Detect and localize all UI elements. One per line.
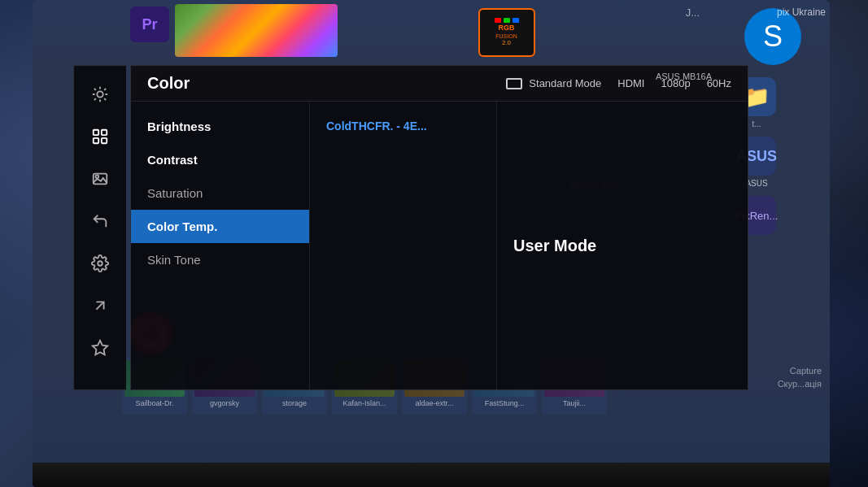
menu-item-contrast[interactable]: Contrast [131, 143, 309, 176]
monitor-mini-icon [506, 78, 522, 89]
osd-menu-panel: Color Standard Mode HDMI 1080p 60Hz [130, 65, 748, 390]
osd-body: Brightness Contrast Saturation Color Tem… [131, 102, 748, 389]
svg-point-15 [98, 261, 103, 266]
monitor-stand [33, 463, 830, 487]
capture-label: CaptureСкур...ація [778, 365, 822, 390]
osd-nav-settings[interactable] [84, 247, 116, 280]
svg-line-3 [94, 89, 96, 90]
osd-input-label: HDMI [617, 77, 644, 89]
osd-nav-input[interactable] [84, 205, 116, 237]
menu-item-saturation[interactable]: Saturation [131, 176, 309, 210]
osd-sub-menu: ColdTHCFR. - 4E... [310, 102, 497, 389]
pr-icon[interactable]: Pr [130, 7, 169, 42]
svg-line-7 [94, 98, 96, 100]
osd-nav-color[interactable] [84, 120, 116, 153]
menu-item-brightness[interactable]: Brightness [131, 110, 309, 143]
svg-line-8 [104, 89, 106, 90]
svg-line-4 [104, 98, 106, 100]
svg-rect-9 [94, 130, 98, 135]
svg-rect-10 [102, 130, 107, 135]
osd-value-display: User Mode [513, 237, 596, 255]
menu-item-color-temp[interactable]: Color Temp. [131, 210, 309, 243]
desktop-background: Pr RGB FUSION 2.0 [0, 0, 868, 487]
submenu-item-color-hint[interactable]: ColdTHCFR. - 4E... [310, 110, 496, 142]
osd-nav-shortcut[interactable] [84, 289, 116, 322]
rgb-fusion-icon[interactable]: RGB FUSION 2.0 [472, 4, 541, 61]
osd-main-menu: Brightness Contrast Saturation Color Tem… [131, 102, 310, 389]
svg-rect-12 [102, 138, 107, 143]
photo-thumbnail [175, 4, 338, 57]
menu-item-skin-tone[interactable]: Skin Tone [131, 243, 309, 276]
osd-icon-sidebar [73, 65, 126, 390]
osd-title: Color [147, 74, 190, 93]
osd-nav-favorite[interactable] [84, 332, 116, 364]
svg-point-0 [97, 91, 103, 97]
osd-nav-image[interactable] [84, 163, 116, 195]
osd-mode-label: Standard Mode [529, 77, 601, 89]
svg-rect-11 [94, 138, 98, 143]
desktop-content: Pr RGB FUSION 2.0 [33, 0, 830, 463]
svg-marker-16 [93, 341, 107, 354]
osd-value-area: User Mode [497, 102, 748, 389]
monitor-model-label: ASUS MB16A [656, 72, 712, 81]
svg-point-14 [96, 175, 99, 178]
osd-mode-info: Standard Mode [506, 77, 601, 89]
monitor-frame: Pr RGB FUSION 2.0 [33, 0, 830, 463]
osd-nav-brightness[interactable] [84, 78, 116, 111]
